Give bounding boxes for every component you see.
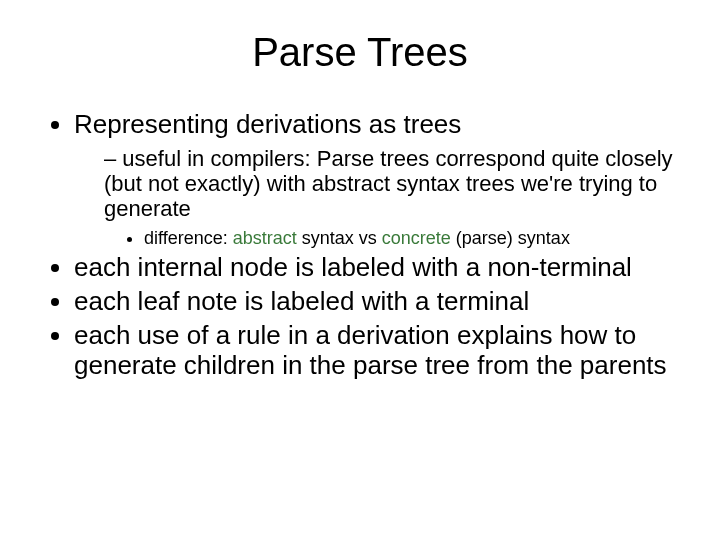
slide-title: Parse Trees [30, 30, 690, 75]
bullet-4: each use of a rule in a derivation expla… [74, 321, 690, 381]
bullet-4-text: each use of a rule in a derivation expla… [74, 320, 667, 380]
diff-suffix: (parse) syntax [451, 228, 570, 248]
bullet-3: each leaf note is labeled with a termina… [74, 287, 690, 317]
bullet-1-sub-text: useful in compilers: Parse trees corresp… [104, 146, 673, 222]
bullet-1-sub-sublist: difference: abstract syntax vs concrete … [104, 228, 690, 250]
bullet-1-sub-sub: difference: abstract syntax vs concrete … [144, 228, 690, 250]
bullet-1-sublist: useful in compilers: Parse trees corresp… [74, 146, 690, 249]
bullet-2: each internal node is labeled with a non… [74, 253, 690, 283]
diff-abstract: abstract [233, 228, 297, 248]
bullet-1: Representing derivations as trees useful… [74, 110, 690, 249]
bullet-list: Representing derivations as trees useful… [30, 110, 690, 381]
bullet-1-text: Representing derivations as trees [74, 109, 461, 139]
bullet-1-sub: useful in compilers: Parse trees corresp… [104, 146, 690, 249]
slide: Parse Trees Representing derivations as … [0, 0, 720, 540]
diff-mid: syntax vs [297, 228, 382, 248]
bullet-2-text: each internal node is labeled with a non… [74, 252, 632, 282]
bullet-3-text: each leaf note is labeled with a termina… [74, 286, 529, 316]
diff-concrete: concrete [382, 228, 451, 248]
diff-prefix: difference: [144, 228, 233, 248]
